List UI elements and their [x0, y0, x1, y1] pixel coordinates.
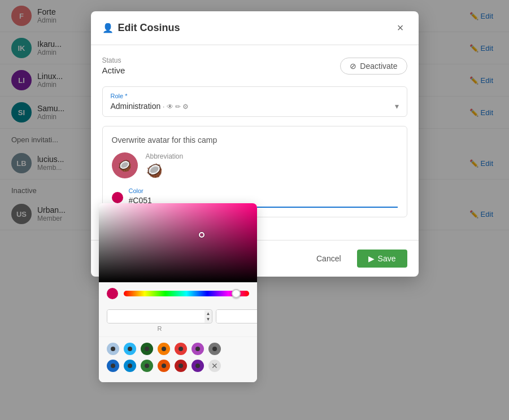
preset-color-1[interactable]: [107, 343, 119, 355]
preset-color-5[interactable]: [175, 343, 187, 355]
preset-row-2: ✕: [107, 360, 249, 372]
rgb-r-label: R: [157, 325, 162, 332]
preset-color-6[interactable]: [192, 343, 204, 355]
status-value: Active: [102, 65, 125, 75]
abbreviation-label: Abbreviation: [146, 152, 184, 160]
preset-color-13[interactable]: [192, 360, 204, 372]
preset-colors: ✕: [99, 336, 257, 382]
rgb-r-arrows: ▲ ▼: [205, 311, 212, 322]
preset-row-1: [107, 343, 249, 355]
role-label: Role *: [111, 93, 399, 99]
color-label: Color: [129, 187, 398, 194]
picker-cursor: [199, 232, 205, 238]
status-info: Status Active: [102, 56, 125, 75]
deactivate-button[interactable]: ⊘ Deactivate: [340, 58, 407, 75]
role-field[interactable]: Role * Administration · 👁 ✏ ⚙ ▾: [102, 86, 407, 117]
avatar-preview: 🥥: [112, 152, 138, 178]
role-icons: · 👁 ✏ ⚙: [163, 103, 189, 111]
modal-title-text: Edit Cosinus: [118, 22, 180, 34]
gradient-overlay: [99, 203, 257, 282]
hue-thumb: [232, 289, 241, 298]
rgb-r-down[interactable]: ▼: [205, 317, 212, 322]
abbreviation-info: Abbreviation 🥥: [146, 152, 184, 178]
rgb-g-input[interactable]: 0: [216, 310, 256, 323]
preset-color-2[interactable]: [124, 343, 136, 355]
role-value-row: Administration · 👁 ✏ ⚙ ▾: [111, 102, 399, 111]
status-label: Status: [102, 56, 125, 64]
rgb-r-field: 204 ▲ ▼ R: [107, 309, 213, 332]
color-picker-popup: 204 ▲ ▼ R 0 ▲ ▼: [99, 203, 257, 382]
rgb-r-up[interactable]: ▲: [205, 311, 212, 317]
preset-color-3[interactable]: [141, 343, 153, 355]
rgb-r-input[interactable]: 204: [107, 310, 205, 323]
close-button[interactable]: ×: [394, 20, 407, 36]
save-icon: ▶: [368, 254, 375, 263]
preset-color-12[interactable]: [175, 360, 187, 372]
edit-person-icon: 👤: [102, 23, 114, 33]
cancel-button[interactable]: Cancel: [307, 250, 350, 268]
preset-color-clear[interactable]: ✕: [208, 360, 221, 372]
gradient-area[interactable]: [99, 203, 257, 282]
rgb-row: 204 ▲ ▼ R 0 ▲ ▼: [99, 305, 257, 336]
preset-color-10[interactable]: [141, 360, 153, 372]
modal-title: 👤 Edit Cosinus: [102, 22, 180, 34]
avatar-section-title: Overwrite avatar for this camp: [112, 135, 398, 145]
dropdown-arrow-icon: ▾: [395, 102, 399, 111]
color-preview-dot: [112, 192, 123, 203]
rgb-g-input-wrap: 0 ▲ ▼: [216, 309, 256, 323]
rgb-g-field: 0 ▲ ▼ G: [216, 309, 256, 332]
modal-overlay: 👤 Edit Cosinus × Status Active ⊘ Deactiv…: [0, 0, 509, 420]
abbreviation-row: 🥥 Abbreviation 🥥: [112, 152, 398, 178]
abbreviation-value: 🥥: [146, 163, 184, 178]
role-value: Administration · 👁 ✏ ⚙: [111, 102, 189, 111]
save-button[interactable]: ▶ Save: [357, 250, 407, 268]
preset-color-9[interactable]: [124, 360, 136, 372]
deactivate-icon: ⊘: [350, 62, 356, 71]
modal-header: 👤 Edit Cosinus ×: [91, 11, 419, 45]
avatar-emoji: 🥥: [118, 159, 132, 172]
hue-row: [99, 282, 257, 305]
status-row: Status Active ⊘ Deactivate: [102, 56, 407, 75]
preset-color-11[interactable]: [158, 360, 170, 372]
preset-color-8[interactable]: [107, 360, 119, 372]
rgb-r-input-wrap: 204 ▲ ▼: [107, 309, 213, 323]
edit-cosinus-modal: 👤 Edit Cosinus × Status Active ⊘ Deactiv…: [91, 11, 419, 277]
preset-color-7[interactable]: [208, 343, 221, 355]
preset-color-4[interactable]: [158, 343, 170, 355]
hue-preview-dot: [107, 288, 118, 299]
hue-slider[interactable]: [124, 291, 249, 296]
